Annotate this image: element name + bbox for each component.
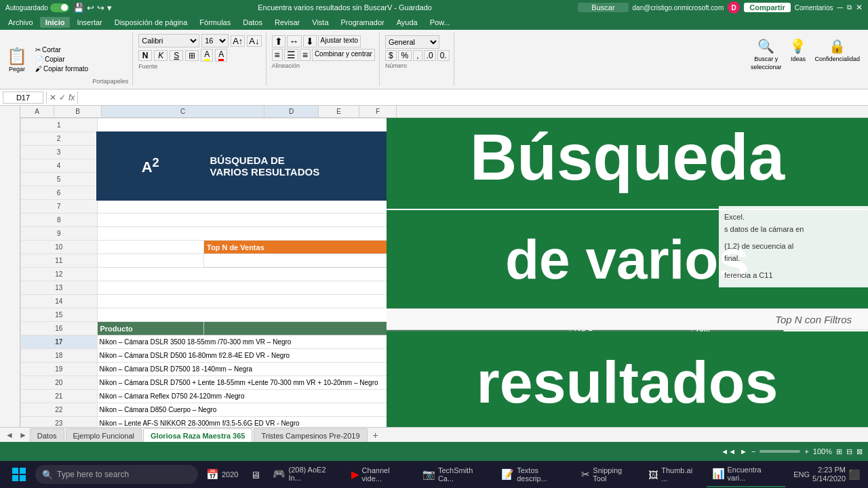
font-name-select[interactable]: Calibri	[138, 34, 199, 47]
layout-break-button[interactable]: ⊠	[856, 447, 863, 456]
taskbar-item-monitor[interactable]: 🖥	[245, 462, 266, 487]
clipboard-label: Portapapeles	[92, 78, 128, 86]
font-increase-button[interactable]: A↑	[231, 35, 245, 47]
menu-ayuda[interactable]: Ayuda	[391, 17, 423, 28]
tab-tristes[interactable]: Tristes Campesinos Pre-2019	[254, 428, 367, 442]
menu-disposicion[interactable]: Disposición de página	[109, 17, 193, 28]
minimize-button[interactable]: ─	[837, 3, 843, 12]
wrap-text-button[interactable]: Ajustar texto	[318, 35, 361, 47]
taskbar-search-box[interactable]: 🔍 Type here to search	[35, 465, 198, 484]
col-header-E[interactable]: E	[319, 106, 359, 117]
align-middle-button[interactable]: ↔	[287, 35, 302, 47]
cut-button[interactable]: ✂Cortar	[33, 45, 91, 54]
resultados-text: resultados	[476, 348, 778, 417]
cancel-formula-button[interactable]: ✕	[50, 93, 56, 102]
merge-center-button[interactable]: Combinar y centrar	[312, 49, 375, 61]
search-box[interactable]: Buscar	[578, 3, 628, 12]
formula-input[interactable]	[81, 92, 865, 104]
percent-button[interactable]: %	[398, 50, 412, 61]
close-button[interactable]: ✕	[856, 3, 863, 12]
menu-formulas[interactable]: Fórmulas	[194, 17, 236, 28]
copy-button[interactable]: 📄Copiar	[33, 55, 91, 64]
font-group-label: Fuente	[138, 63, 261, 70]
tab-ejemplo[interactable]: Ejemplo Funcional	[66, 428, 142, 442]
row-numbers	[0, 118, 20, 427]
taskbar-item-textos[interactable]: 📝Textos descrip...	[496, 462, 574, 487]
taskbar-right-area: ENG 2:23 PM 5/14/2020 ⬛	[788, 466, 865, 483]
italic-button[interactable]: K	[154, 50, 167, 61]
align-right-button[interactable]: ≡	[300, 49, 311, 61]
taskbar-item-date[interactable]: 📅2020	[201, 462, 243, 487]
align-top-button[interactable]: ⬆	[272, 35, 285, 47]
bold-button[interactable]: N	[138, 50, 152, 61]
sheet-nav-next[interactable]: ►	[16, 428, 30, 442]
menu-vista[interactable]: Vista	[307, 17, 334, 28]
zoom-slider[interactable]	[760, 450, 800, 453]
sheet-scroll-left[interactable]: ◄◄	[721, 447, 736, 455]
fill-color-button[interactable]: A	[201, 49, 213, 62]
restore-button[interactable]: ⧉	[847, 3, 852, 12]
taskbar-item-techsmith[interactable]: 📷TechSmith Ca...	[417, 462, 494, 487]
zoom-out-button[interactable]: −	[751, 447, 755, 455]
sheet-scroll-right[interactable]: ►	[740, 447, 747, 455]
format-copy-button[interactable]: 🖌Copiar formato	[33, 64, 91, 73]
border-button[interactable]: ⊞	[185, 50, 199, 61]
tab-add[interactable]: +	[369, 428, 382, 442]
tab-gloriosa[interactable]: Gloriosa Raza Maestra 365	[143, 428, 252, 442]
taskbar-item-aoe[interactable]: 🎮(208) AoE2 In...	[267, 462, 344, 487]
col-header-B[interactable]: B	[54, 106, 102, 117]
underline-button[interactable]: S	[170, 50, 183, 61]
formula-bar: D17 ✕ ✓ fx	[0, 89, 868, 106]
col-header-A[interactable]: A	[20, 106, 54, 117]
layout-normal-button[interactable]: ⊞	[836, 447, 842, 456]
paste-button[interactable]: 📋 A² Pegar	[3, 45, 31, 74]
sheet-nav-prev[interactable]: ◄	[3, 428, 16, 442]
start-button[interactable]	[3, 461, 35, 488]
menu-revisar[interactable]: Revisar	[269, 17, 305, 28]
currency-button[interactable]: $	[385, 50, 397, 61]
align-bottom-button[interactable]: ⬇	[303, 35, 317, 47]
tab-datos[interactable]: Datos	[30, 428, 64, 442]
font-decrease-button[interactable]: A↓	[247, 35, 261, 47]
ribbon-group-clipboard: 📋 A² Pegar ✂Cortar 📄Copiar 🖌Copiar forma…	[3, 33, 133, 86]
menu-bar: Archivo Inicio Insertar Disposición de p…	[0, 15, 868, 30]
insert-function-button[interactable]: fx	[68, 93, 75, 102]
find-select-button[interactable]: 🔍 Buscar yseleccionar	[748, 35, 785, 73]
menu-pow[interactable]: Pow...	[425, 17, 456, 28]
menu-inicio[interactable]: Inicio	[40, 17, 71, 28]
taskbar-item-excel[interactable]: 📊Encuentra vari...	[707, 462, 786, 487]
ideas-button[interactable]: 💡 Ideas	[787, 35, 809, 65]
confirm-formula-button[interactable]: ✓	[59, 93, 66, 102]
col-header-C[interactable]: C	[102, 106, 264, 117]
comma-button[interactable]: ,	[413, 50, 422, 61]
menu-arquivo[interactable]: Archivo	[3, 17, 39, 28]
menu-datos[interactable]: Datos	[237, 17, 268, 28]
comments-button[interactable]: Comentarios	[795, 4, 833, 12]
zoom-in-button[interactable]: +	[804, 447, 808, 455]
align-left-button[interactable]: ≡	[272, 49, 283, 61]
taskbar-item-channel[interactable]: ▶Channel vide...	[346, 462, 416, 487]
zoom-level: 100%	[813, 447, 832, 455]
cell-ref-input[interactable]: D17	[3, 92, 43, 104]
decimal-dec-button[interactable]: 0.	[437, 50, 450, 61]
menu-programador[interactable]: Programador	[336, 17, 390, 28]
taskbar-item-thumb[interactable]: 🖼Thumb.ai ...	[643, 462, 705, 487]
font-size-select[interactable]: 16	[201, 34, 229, 47]
devarios-text: de varios	[505, 228, 749, 291]
taskbar-item-snipping[interactable]: ✂Snipping Tool	[576, 462, 642, 487]
share-button[interactable]: Compartir	[744, 3, 791, 12]
align-center-button[interactable]: ☰	[284, 49, 298, 61]
notification-area[interactable]: ⬛	[848, 469, 860, 480]
autosave-switch[interactable]	[50, 3, 69, 12]
col-header-F[interactable]: F	[359, 106, 397, 117]
number-format-select[interactable]: General	[385, 35, 439, 49]
decimal-inc-button[interactable]: .0	[424, 50, 436, 61]
layout-page-button[interactable]: ⊟	[846, 447, 852, 456]
autosave-toggle[interactable]: Autoguardado	[5, 3, 69, 12]
number-group-label: Número	[385, 62, 450, 69]
confidentiality-button[interactable]: 🔒 Confidencialidad	[812, 35, 863, 65]
col-header-D[interactable]: D	[264, 106, 319, 117]
product-col-header: Producto	[97, 322, 204, 336]
menu-insertar[interactable]: Insertar	[71, 17, 107, 28]
font-color-button[interactable]: A	[215, 49, 227, 62]
